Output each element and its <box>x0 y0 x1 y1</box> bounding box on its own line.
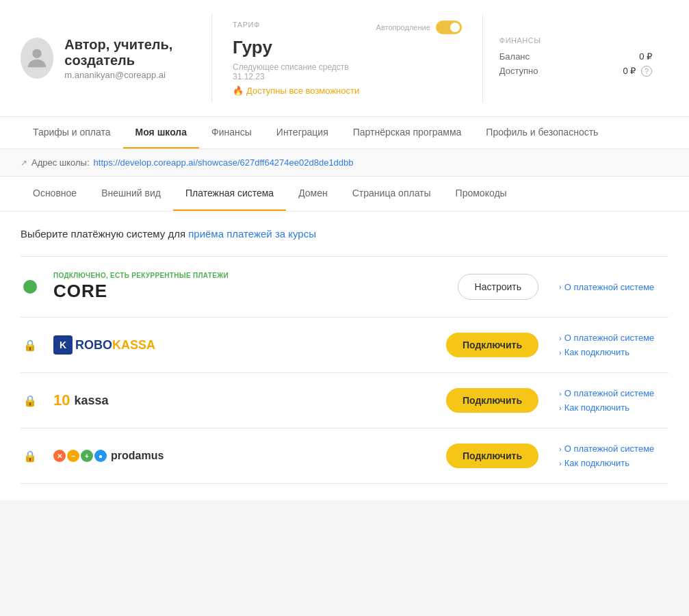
connected-indicator <box>23 280 37 294</box>
payment-intro: Выберите платёжную систему для приёма пл… <box>21 228 668 240</box>
nav-item-finance[interactable]: Финансы <box>199 117 264 149</box>
chevron-icon: › <box>559 334 562 342</box>
yokassa-howto-link[interactable]: › Как подключить <box>559 402 668 413</box>
balance-label: Баланс <box>499 51 530 62</box>
lock-icon: 🔒 <box>23 449 37 463</box>
sub-nav-domain[interactable]: Домен <box>286 177 340 211</box>
available-label: Доступно <box>499 66 538 76</box>
core-configure-button[interactable]: Настроить <box>458 274 538 300</box>
yokassa-logo-block: 10 kassa <box>53 392 163 409</box>
robokassa-actions: Подключить › О платежной системе › Как п… <box>177 333 668 357</box>
core-about-link[interactable]: › О платежной системе <box>559 282 668 292</box>
content-area: Основное Внешний вид Платежная система Д… <box>0 177 689 500</box>
payment-item-core: ПОДКЛЮЧЕНО, ЕСТЬ РЕКУРРЕНТНЫЕ ПЛАТЕЖИ CO… <box>21 256 668 317</box>
nav-item-integration[interactable]: Интеграция <box>264 117 341 149</box>
user-section: Автор, учитель, создатель m.ananikyan@co… <box>21 14 211 103</box>
prodamus-text: prodamus <box>111 450 164 462</box>
robokassa-links: › О платежной системе › Как подключить <box>559 333 668 357</box>
sub-nav: Основное Внешний вид Платежная система Д… <box>0 177 689 211</box>
robokassa-howto-link[interactable]: › Как подключить <box>559 347 668 357</box>
available-value: 0 ₽ ? <box>623 66 652 77</box>
avatar <box>21 38 53 79</box>
fire-icon: 🔥 <box>233 86 244 96</box>
robokassa-about-link[interactable]: › О платежной системе <box>559 333 668 343</box>
available-info-icon[interactable]: ? <box>641 66 652 77</box>
chevron-icon: › <box>559 348 562 357</box>
sub-nav-basic[interactable]: Основное <box>21 177 89 211</box>
all-features: 🔥 Доступны все возможности <box>233 86 462 96</box>
core-logo-block: ПОДКЛЮЧЕНО, ЕСТЬ РЕКУРРЕНТНЫЕ ПЛАТЕЖИ CO… <box>53 272 229 302</box>
nav-item-school[interactable]: Моя школа <box>123 117 199 149</box>
school-url-label: Адрес школы: <box>31 157 90 168</box>
chevron-icon: › <box>559 404 562 412</box>
autopro-toggle[interactable] <box>436 21 462 34</box>
sub-nav-payment-page[interactable]: Страница оплаты <box>340 177 443 211</box>
robokassa-k-icon: K <box>53 335 73 355</box>
sub-nav-promo[interactable]: Промокоды <box>443 177 519 211</box>
prodamus-icon-4: ● <box>94 450 107 462</box>
sub-nav-appearance[interactable]: Внешний вид <box>89 177 173 211</box>
user-info: Автор, учитель, создатель m.ananikyan@co… <box>64 37 211 80</box>
features-label: Доступны все возможности <box>246 86 359 96</box>
tariff-header: ТАРИФ Автопродление <box>233 21 462 34</box>
tariff-label: ТАРИФ <box>233 21 260 29</box>
lock-icon: 🔒 <box>23 338 37 352</box>
core-connected-label: ПОДКЛЮЧЕНО, ЕСТЬ РЕКУРРЕНТНЫЕ ПЛАТЕЖИ <box>53 272 229 279</box>
school-url-link[interactable]: https://develop.coreapp.ai/showcase/627d… <box>94 157 354 168</box>
nav-item-partner[interactable]: Партнёрская программа <box>341 117 474 149</box>
finance-label: ФИНАНСЫ <box>499 36 652 44</box>
prodamus-connect-button[interactable]: Подключить <box>446 444 538 468</box>
payment-item-prodamus: 🔒 ✕ – + ● prodamus Подключить › <box>21 428 668 484</box>
prodamus-icons: ✕ – + ● <box>53 450 107 462</box>
payment-section: Выберите платёжную систему для приёма пл… <box>0 211 689 500</box>
lock-icon: 🔒 <box>23 394 37 407</box>
finance-section: ФИНАНСЫ Баланс 0 ₽ Доступно 0 ₽ ? <box>483 14 668 103</box>
yokassa-actions: Подключить › О платежной системе › Как п… <box>177 388 668 413</box>
yokassa-links: › О платежной системе › Как подключить <box>559 388 668 413</box>
next-charge-label: Следующее списание средств <box>233 62 349 72</box>
prodamus-icon-2: – <box>67 450 79 462</box>
sub-nav-payment[interactable]: Платежная система <box>173 177 286 211</box>
chevron-icon: › <box>559 459 562 467</box>
prodamus-howto-link[interactable]: › Как подключить <box>559 458 668 468</box>
finance-balance-row: Баланс 0 ₽ <box>499 51 652 62</box>
robokassa-connect-button[interactable]: Подключить <box>446 333 538 357</box>
payment-item-yokassa: 🔒 10 kassa Подключить › О платежной сист… <box>21 372 668 428</box>
core-links: › О платежной системе <box>559 282 668 292</box>
prodamus-icon-3: + <box>81 450 93 462</box>
yokassa-10: 10 <box>53 392 70 409</box>
next-charge-date: 31.12.23 <box>233 72 265 81</box>
nav-item-profile[interactable]: Профиль и безопасность <box>473 117 610 149</box>
finance-available-row: Доступно 0 ₽ ? <box>499 66 652 77</box>
robokassa-status-icon: 🔒 <box>21 335 40 355</box>
user-email: m.ananikyan@coreapp.ai <box>64 70 211 80</box>
core-status-icon <box>21 277 40 296</box>
yokassa-kassa: kassa <box>74 394 108 408</box>
yokassa-connect-button[interactable]: Подключить <box>446 388 538 413</box>
robokassa-logo: K ROBOKASSA <box>53 335 163 355</box>
prodamus-actions: Подключить › О платежной системе › Как п… <box>177 444 668 468</box>
yokassa-about-link[interactable]: › О платежной системе <box>559 388 668 398</box>
user-name: Автор, учитель, создатель <box>64 37 211 68</box>
robokassa-text: ROBOKASSA <box>75 338 155 352</box>
autopro-label: Автопродление <box>376 23 430 31</box>
tariff-name: Гуру <box>233 37 462 58</box>
chevron-icon: › <box>559 445 562 453</box>
main-nav: Тарифы и оплата Моя школа Финансы Интегр… <box>0 117 689 149</box>
prodamus-logo: ✕ – + ● prodamus <box>53 450 164 462</box>
robokassa-logo-block: K ROBOKASSA <box>53 335 163 355</box>
prodamus-icon-1: ✕ <box>53 450 66 462</box>
external-link-icon: ↗ <box>21 158 27 168</box>
payment-item-robokassa: 🔒 K ROBOKASSA Подключить › О платежной с… <box>21 317 668 372</box>
prodamus-about-link[interactable]: › О платежной системе <box>559 444 668 454</box>
tariff-section: ТАРИФ Автопродление Гуру Следующее списа… <box>211 14 483 103</box>
core-logo: CORE <box>53 281 229 302</box>
balance-value: 0 ₽ <box>639 51 652 62</box>
yokassa-logo: 10 kassa <box>53 392 163 409</box>
autopro-row: Автопродление <box>376 21 462 34</box>
nav-item-tariffs[interactable]: Тарифы и оплата <box>21 117 123 149</box>
prodamus-links: › О платежной системе › Как подключить <box>559 444 668 468</box>
core-actions: Настроить › О платежной системе <box>242 274 668 300</box>
school-url-bar: ↗ Адрес школы: https://develop.coreapp.a… <box>0 149 689 177</box>
svg-point-0 <box>33 49 42 58</box>
